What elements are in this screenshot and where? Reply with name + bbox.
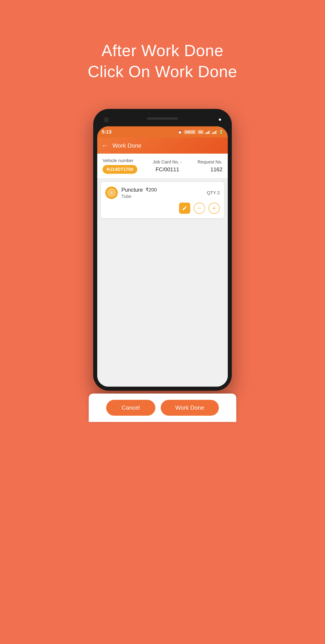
service-details: Puncture ₹200 Tube — [121, 187, 157, 199]
tire-icon — [107, 189, 116, 197]
service-top: Puncture ₹200 Tube QTY 2 — [105, 186, 220, 199]
app-header: ← Work Done — [97, 138, 228, 154]
network-badge: 4G — [198, 130, 204, 134]
vehicle-number-col: Vehicle number RJ14DT1750 — [103, 158, 137, 174]
signal-bar-2 — [212, 130, 217, 134]
status-time: 5:13 — [102, 129, 111, 135]
status-bar: 5:13 ⏰ VOLTE 4G — [97, 126, 228, 138]
plus-icon: + — [212, 205, 216, 211]
service-actions: − + — [105, 202, 220, 214]
edit-icon — [182, 206, 187, 211]
job-card-value: FC/00111 — [156, 166, 179, 173]
phone-dot — [219, 118, 221, 121]
phone-top-bar — [97, 113, 228, 126]
service-price: ₹200 — [145, 187, 157, 193]
back-button[interactable]: ← — [102, 142, 108, 149]
job-card-col: Job Card No. - FC/00111 — [153, 160, 182, 173]
phone-outer: 5:13 ⏰ VOLTE 4G — [93, 109, 232, 391]
qty-label: QTY 2 — [207, 190, 220, 195]
service-icon — [105, 186, 118, 199]
svg-point-2 — [111, 192, 112, 194]
hero-line1: After Work Done — [88, 40, 237, 61]
minus-icon: − — [198, 205, 201, 211]
edit-button[interactable] — [179, 202, 190, 214]
request-value: 1162 — [211, 166, 222, 173]
bottom-sheet: Cancel Work Done — [89, 394, 236, 422]
service-name-price: Puncture ₹200 — [121, 187, 157, 193]
alarm-icon: ⏰ — [178, 130, 182, 134]
volte-badge: VOLTE — [184, 130, 196, 134]
request-col: Request No. 1162 — [198, 160, 222, 173]
minus-button[interactable]: − — [194, 202, 205, 214]
screen-content: Vehicle number RJ14DT1750 Job Card No. -… — [97, 154, 228, 386]
phone-mockup: 5:13 ⏰ VOLTE 4G — [93, 109, 232, 418]
phone-screen: 5:13 ⏰ VOLTE 4G — [97, 126, 228, 386]
cancel-button[interactable]: Cancel — [106, 400, 155, 416]
app-title: Work Done — [112, 142, 141, 149]
battery-icon: 🔋 — [219, 130, 223, 134]
service-sub: Tube — [121, 194, 157, 199]
vehicle-badge: RJ14DT1750 — [103, 165, 137, 174]
hero-line2: Click On Work Done — [88, 61, 237, 82]
status-icons: ⏰ VOLTE 4G 🔋 — [178, 130, 223, 134]
phone-speaker — [147, 118, 178, 120]
service-left: Puncture ₹200 Tube — [105, 186, 157, 199]
signal-bar-1 — [205, 130, 210, 134]
service-card: Puncture ₹200 Tube QTY 2 — [101, 182, 224, 218]
job-card-label: Job Card No. - — [153, 160, 182, 164]
vehicle-number-label: Vehicle number — [103, 158, 133, 163]
vehicle-info: Vehicle number RJ14DT1750 Job Card No. -… — [97, 154, 228, 178]
phone-camera — [104, 117, 109, 122]
work-done-button[interactable]: Work Done — [161, 400, 219, 416]
qty-display: QTY 2 — [207, 190, 220, 196]
plus-button[interactable]: + — [209, 202, 220, 214]
hero-text: After Work Done Click On Work Done — [88, 40, 237, 82]
empty-space — [97, 222, 228, 386]
service-name: Puncture — [121, 187, 143, 193]
request-label: Request No. — [198, 160, 222, 164]
